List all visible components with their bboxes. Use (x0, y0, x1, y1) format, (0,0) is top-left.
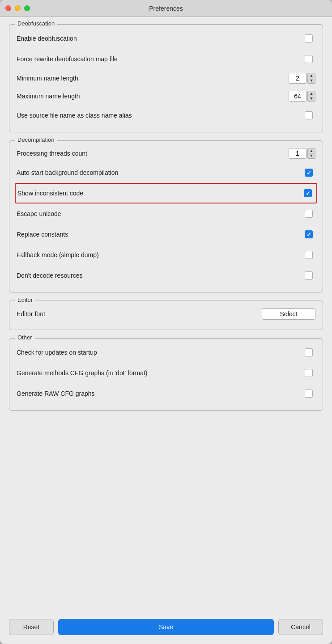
max-name-length-label: Maximum name length (17, 93, 80, 100)
processing-threads-row: Processing threads count ▲ ▼ (17, 144, 315, 162)
max-name-length-up[interactable]: ▲ (307, 91, 315, 96)
replace-constants-wrapper (302, 228, 315, 241)
editor-title: Editor (15, 297, 35, 303)
dont-decode-row: Don't decode resources (17, 265, 315, 286)
min-name-length-label: Minimum name length (17, 75, 78, 82)
escape-unicode-wrapper (302, 207, 315, 220)
min-name-length-up[interactable]: ▲ (307, 73, 315, 78)
maximize-button[interactable] (24, 5, 30, 11)
editor-section: Editor Editor font Select (9, 301, 323, 330)
processing-threads-down[interactable]: ▼ (307, 153, 315, 159)
fallback-mode-row: Fallback mode (simple dump) (17, 245, 315, 265)
processing-threads-label: Processing threads count (17, 150, 87, 157)
min-name-length-buttons: ▲ ▼ (307, 73, 315, 84)
replace-constants-row: Replace constants (17, 224, 315, 245)
enable-deobfuscation-row: Enable deobfuscation (17, 28, 315, 49)
force-rewrite-checkbox[interactable] (305, 55, 313, 63)
auto-start-bg-row: Auto start background decompilation (17, 162, 315, 183)
max-name-length-row: Maximum name length ▲ ▼ (17, 87, 315, 105)
check-updates-label: Check for updates on startup (17, 349, 97, 356)
min-name-length-row: Minimum name length ▲ ▼ (17, 69, 315, 87)
auto-start-bg-label: Auto start background decompilation (17, 169, 118, 176)
minimize-button[interactable] (15, 5, 21, 11)
use-source-file-wrapper (302, 109, 315, 122)
save-button[interactable]: Save (58, 619, 274, 635)
check-updates-row: Check for updates on startup (17, 342, 315, 363)
generate-cfg-checkbox[interactable] (305, 369, 313, 377)
force-rewrite-label: Force rewrite deobfuscation map file (17, 55, 118, 63)
fallback-mode-label: Fallback mode (simple dump) (17, 251, 99, 258)
deobfuscation-title: Deobfuscation (15, 20, 57, 27)
use-source-file-checkbox[interactable] (305, 111, 313, 119)
generate-raw-cfg-wrapper (302, 387, 315, 400)
use-source-file-row: Use source file name as class name alias (17, 105, 315, 126)
enable-deobfuscation-label: Enable deobfuscation (17, 35, 77, 42)
decompilation-title: Decompilation (15, 136, 57, 143)
enable-deobfuscation-checkbox[interactable] (305, 34, 313, 42)
show-inconsistent-wrapper (301, 186, 315, 200)
preferences-window: Preferences Deobfuscation Enable deobfus… (0, 0, 332, 644)
auto-start-bg-checkbox[interactable] (305, 169, 313, 177)
editor-font-label: Editor font (17, 310, 45, 318)
min-name-length-down[interactable]: ▼ (307, 78, 315, 84)
use-source-file-label: Use source file name as class name alias (17, 112, 132, 119)
show-inconsistent-row: Show inconsistent code (15, 183, 317, 203)
escape-unicode-label: Escape unicode (17, 210, 61, 217)
min-name-length-spinner: ▲ ▼ (289, 73, 315, 84)
close-button[interactable] (5, 5, 11, 11)
generate-raw-cfg-checkbox[interactable] (305, 390, 313, 398)
dont-decode-label: Don't decode resources (17, 272, 82, 279)
replace-constants-checkbox[interactable] (305, 230, 313, 238)
enable-deobfuscation-wrapper (302, 32, 315, 45)
escape-unicode-row: Escape unicode (17, 203, 315, 224)
dont-decode-wrapper (302, 269, 315, 282)
generate-cfg-row: Generate methods CFG graphs (in 'dot' fo… (17, 363, 315, 383)
show-inconsistent-label: Show inconsistent code (17, 190, 83, 197)
other-title: Other (15, 334, 35, 341)
escape-unicode-checkbox[interactable] (305, 210, 313, 218)
generate-cfg-label: Generate methods CFG graphs (in 'dot' fo… (17, 369, 147, 377)
processing-threads-spinner: ▲ ▼ (289, 148, 315, 159)
reset-button[interactable]: Reset (9, 619, 54, 635)
titlebar: Preferences (0, 0, 332, 17)
generate-cfg-wrapper (302, 366, 315, 380)
check-updates-wrapper (302, 346, 315, 359)
deobfuscation-section: Deobfuscation Enable deobfuscation Force… (9, 24, 323, 132)
editor-font-select-button[interactable]: Select (262, 308, 315, 320)
window-title: Preferences (149, 5, 183, 12)
content-area: Deobfuscation Enable deobfuscation Force… (0, 17, 332, 614)
cancel-button[interactable]: Cancel (278, 619, 323, 635)
other-section: Other Check for updates on startup Gener… (9, 338, 323, 411)
processing-threads-up[interactable]: ▲ (307, 148, 315, 153)
decompilation-section: Decompilation Processing threads count ▲… (9, 140, 323, 292)
processing-threads-buttons: ▲ ▼ (307, 148, 315, 159)
footer: Reset Save Cancel (0, 614, 332, 644)
processing-threads-input[interactable] (289, 148, 306, 159)
editor-font-row: Editor font Select (17, 305, 315, 323)
replace-constants-label: Replace constants (17, 231, 68, 238)
fallback-mode-wrapper (302, 248, 315, 262)
fallback-mode-checkbox[interactable] (305, 251, 313, 259)
show-inconsistent-checkbox[interactable] (304, 189, 312, 197)
force-rewrite-wrapper (302, 52, 315, 66)
max-name-length-down[interactable]: ▼ (307, 96, 315, 102)
dont-decode-checkbox[interactable] (305, 271, 313, 280)
check-updates-checkbox[interactable] (305, 348, 313, 356)
traffic-lights (5, 5, 30, 11)
max-name-length-buttons: ▲ ▼ (307, 91, 315, 102)
generate-raw-cfg-label: Generate RAW CFG graphs (17, 390, 95, 397)
generate-raw-cfg-row: Generate RAW CFG graphs (17, 383, 315, 404)
min-name-length-input[interactable] (289, 73, 306, 84)
max-name-length-input[interactable] (289, 91, 306, 102)
max-name-length-spinner: ▲ ▼ (289, 91, 315, 102)
auto-start-bg-wrapper (302, 166, 315, 179)
force-rewrite-row: Force rewrite deobfuscation map file (17, 49, 315, 69)
